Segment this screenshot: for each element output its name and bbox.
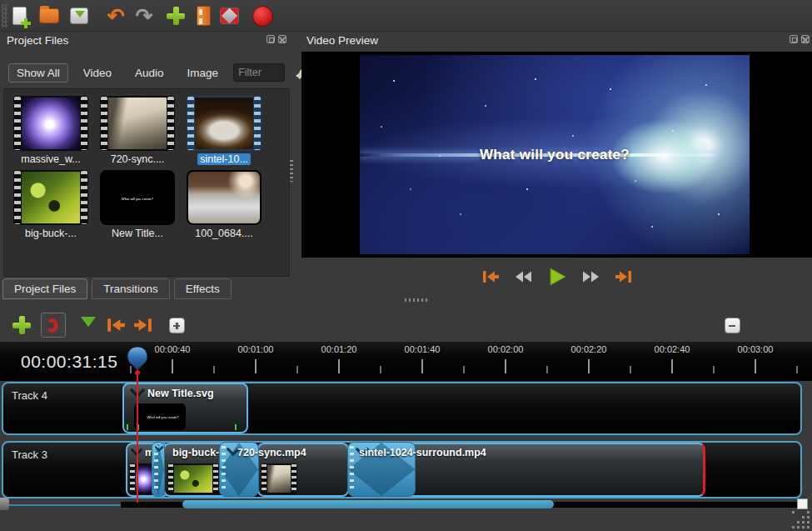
horizontal-scrollbar-handle[interactable] — [182, 500, 554, 508]
tab-project-files[interactable]: Project Files — [2, 278, 87, 299]
file-name: massive_w... — [18, 153, 83, 165]
ruler-label: 00:00:40 — [155, 344, 191, 354]
redo-icon: ↷ — [136, 5, 153, 27]
track-name: Track 3 — [12, 448, 47, 461]
float-panel-icon[interactable] — [790, 35, 798, 43]
snapping-toggle-button[interactable] — [41, 313, 66, 338]
add-track-plus-icon — [12, 316, 31, 334]
new-project-icon — [12, 7, 27, 25]
filmstrip-icon — [197, 6, 211, 26]
open-project-button[interactable] — [37, 4, 62, 28]
float-panel-icon[interactable] — [267, 35, 275, 43]
video-title-text: What will you create? — [360, 147, 750, 163]
timeline-ruler[interactable]: 00:00:31:15 00:00:40 00:01:00 00:01:20 0… — [0, 342, 812, 381]
ruler-tick-minor — [546, 366, 548, 373]
chevron-down-icon[interactable] — [154, 445, 164, 452]
transition-small[interactable] — [152, 442, 165, 497]
file-item-selected[interactable]: sintel-10... — [184, 96, 264, 166]
jump-end-icon — [615, 269, 633, 284]
undo-button[interactable]: ↶ — [103, 4, 128, 28]
current-time-display: 00:00:31:15 — [21, 352, 117, 372]
previous-marker-button[interactable] — [103, 313, 128, 338]
file-thumbnail — [187, 170, 262, 225]
zoom-out-button[interactable] — [720, 313, 745, 338]
play-button[interactable] — [546, 267, 568, 287]
file-item[interactable]: 720-sync.... — [97, 96, 177, 166]
export-icon — [220, 8, 239, 24]
fast-forward-icon — [581, 270, 600, 283]
ruler-tick — [338, 359, 340, 373]
fast-forward-button[interactable] — [580, 267, 601, 287]
clip-new-title[interactable]: New Title.svg What will you create? — [122, 383, 248, 433]
track-name: Track 4 — [12, 389, 47, 402]
open-folder-icon — [39, 8, 59, 23]
clip-thumbnail — [167, 463, 219, 494]
choose-title-button[interactable] — [191, 4, 216, 28]
file-item[interactable]: What will you create? New Title... — [97, 170, 177, 240]
ruler-tick-minor — [213, 366, 215, 373]
ruler-tick — [172, 359, 173, 373]
file-thumbnail — [13, 170, 88, 225]
jump-start-icon — [481, 269, 500, 284]
file-thumbnail — [13, 96, 88, 151]
video-preview-stage: What will you create? — [301, 52, 812, 258]
video-frame[interactable]: What will you create? — [360, 55, 750, 254]
ruler-label: 00:01:20 — [321, 344, 357, 354]
new-project-button[interactable] — [7, 4, 32, 28]
file-item[interactable]: 100_0684.... — [184, 170, 264, 240]
horizontal-splitter[interactable] — [405, 298, 430, 302]
project-files-list: massive_w... 720-sync.... sintel-10... b… — [3, 88, 290, 277]
jump-to-start-button[interactable] — [480, 267, 501, 287]
next-marker-button[interactable] — [131, 313, 156, 338]
save-project-button[interactable] — [67, 4, 92, 28]
window-resize-grip[interactable] — [792, 511, 795, 513]
filter-tab-image[interactable]: Image — [179, 63, 227, 83]
tab-transitions[interactable]: Transitions — [92, 278, 170, 299]
ruler-tick — [505, 359, 506, 373]
stars-decoration — [360, 55, 361, 57]
ruler-label: 00:02:40 — [655, 344, 690, 354]
timeline-toolbar: 20 seconds — [0, 310, 812, 340]
redo-button[interactable]: ↷ — [132, 4, 157, 28]
ruler-tick-minor — [630, 366, 631, 373]
record-button[interactable] — [250, 4, 275, 28]
file-thumbnail: What will you create? — [100, 170, 175, 225]
project-files-panel-title: Project Files — [7, 34, 68, 51]
filter-tab-video[interactable]: Video — [75, 63, 120, 83]
export-video-button[interactable] — [217, 4, 242, 28]
filter-tab-audio[interactable]: Audio — [127, 63, 172, 83]
import-files-button[interactable] — [163, 4, 188, 28]
ruler-label: 00:02:20 — [571, 344, 607, 354]
ruler-tick-minor — [463, 366, 465, 373]
file-item[interactable]: big-buck-... — [11, 170, 91, 240]
title-preview-text: What will you create? — [119, 197, 157, 201]
clip-label-720-sync: 720-sync.mp4 — [237, 447, 306, 458]
close-panel-icon[interactable] — [801, 35, 810, 43]
plus-icon — [167, 7, 185, 25]
file-name: big-buck-... — [22, 228, 79, 239]
rewind-button[interactable] — [513, 267, 535, 287]
zoom-in-icon — [169, 318, 185, 333]
zoom-in-button[interactable] — [164, 313, 189, 338]
file-name: sintel-10... — [197, 153, 251, 165]
filter-input[interactable] — [233, 63, 285, 82]
add-track-button[interactable] — [9, 313, 34, 338]
file-name: 720-sync.... — [108, 153, 167, 165]
filter-tab-show-all[interactable]: Show All — [8, 63, 68, 83]
clip-label-sintel: sintel-1024-surround.mp4 — [359, 447, 486, 458]
jump-to-end-button[interactable] — [613, 267, 635, 287]
marker-icon — [81, 317, 96, 334]
add-marker-button[interactable] — [76, 313, 101, 338]
left-panel-tabs: Project Files Transitions Effects — [2, 278, 236, 299]
tab-effects[interactable]: Effects — [174, 278, 232, 299]
rewind-icon — [515, 270, 533, 283]
ruler-label: 00:02:00 — [488, 344, 524, 354]
scrollbar-corner — [797, 498, 808, 509]
close-panel-icon[interactable] — [278, 35, 286, 43]
vertical-splitter[interactable] — [290, 160, 293, 182]
magnet-icon — [45, 317, 62, 333]
keyframe-tick — [127, 424, 128, 430]
ruler-label: 00:01:00 — [238, 344, 274, 354]
ruler-label: 00:01:40 — [405, 344, 441, 354]
file-item[interactable]: massive_w... — [11, 96, 91, 166]
